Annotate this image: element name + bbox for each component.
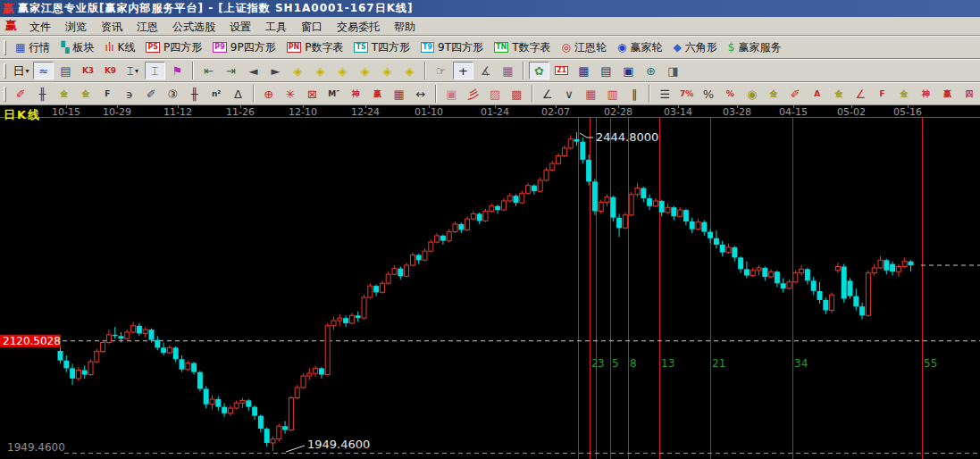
network-button[interactable]: ⊕	[641, 62, 661, 79]
god-fence-button[interactable]: 神	[346, 85, 365, 103]
f-fence-button[interactable]: F	[97, 85, 117, 103]
percent-7-button[interactable]: 7%	[676, 85, 696, 103]
crosshair-button[interactable]: +	[453, 62, 473, 79]
t-square-button[interactable]: TST四方形	[349, 38, 415, 57]
p-square-button[interactable]: PSP四方形	[141, 38, 206, 57]
kline-chart[interactable]: 2358132134552120.50282444.80001949.46001…	[0, 118, 980, 459]
candle-type-button[interactable]: ⌶▾	[122, 62, 143, 79]
winner-service-button[interactable]: $赢家服务	[724, 38, 786, 57]
pen-angle-button[interactable]: ✐	[785, 85, 805, 103]
9t-square-button[interactable]: T99T四方形	[416, 38, 488, 57]
flag-chart-button[interactable]: ⚑	[167, 62, 188, 79]
candle-type-dropdown-icon[interactable]: ▾	[135, 67, 138, 75]
gold-circle-button[interactable]: ◉	[741, 85, 761, 103]
period-day-button[interactable]: 日▾	[11, 62, 31, 79]
gann-expand-button[interactable]: ◈	[377, 62, 398, 79]
gold-angle-button[interactable]: 金	[894, 85, 914, 103]
ray-fan-button[interactable]: 彡	[464, 85, 483, 103]
god-angle-button[interactable]: 神	[916, 85, 935, 103]
menu-item-1[interactable]: 文件	[22, 19, 58, 35]
info-panel-button[interactable]: ▤	[55, 62, 76, 79]
smart-analysis-button[interactable]: ✿	[529, 62, 549, 79]
pen-fence-button[interactable]: ✐	[141, 85, 161, 103]
percent-line-button[interactable]: %	[720, 85, 740, 103]
width-arrows-button[interactable]: ↔	[411, 85, 431, 103]
toolbar-grip[interactable]	[4, 40, 6, 55]
gann-wheel-button[interactable]: ◎江恩轮	[557, 38, 611, 57]
goto-last-button[interactable]: ⇥	[221, 62, 241, 79]
percent-button[interactable]: %	[699, 85, 718, 103]
fence-button[interactable]: ╫	[32, 85, 52, 103]
chart-area[interactable]: 日K线 2358132134552120.50282444.80001949.4…	[0, 118, 980, 459]
menu-item-2[interactable]: 浏览	[58, 19, 94, 35]
grid-ruler-button[interactable]: ▦	[389, 85, 409, 103]
winner-wheel-button[interactable]: ◉赢家轮	[613, 38, 666, 57]
gann-center-button[interactable]: ◈	[355, 62, 375, 79]
period-day-dropdown-icon[interactable]: ▾	[25, 67, 29, 75]
hatch-box-button[interactable]: ▨	[485, 85, 505, 103]
p-number-table-button[interactable]: PNP数字表	[282, 38, 348, 57]
gold-mark-button[interactable]: 金	[829, 85, 849, 103]
hatch-box-2-button[interactable]: ▩	[507, 85, 526, 103]
menu-item-8[interactable]: 窗口	[294, 19, 330, 35]
t-number-table-button[interactable]: TNT数字表	[490, 38, 556, 57]
save-button[interactable]: ▣	[618, 62, 639, 79]
menu-item-7[interactable]: 工具	[258, 19, 294, 35]
win-fence-button[interactable]: 赢	[367, 85, 387, 103]
v-lines-button[interactable]: ∨	[559, 85, 579, 103]
toolbar-grip[interactable]	[4, 63, 6, 79]
grid-purple-button[interactable]: ▦	[498, 62, 518, 79]
9p-square-button[interactable]: P99P四方形	[208, 38, 280, 57]
gann-full-button[interactable]: ◈	[399, 62, 420, 79]
chart-style-button[interactable]: ≈	[33, 62, 54, 79]
step-back-button[interactable]: ◄	[243, 62, 264, 79]
angle-lines-button[interactable]: ∠	[538, 85, 557, 103]
fence-2-button[interactable]: ╫	[185, 85, 205, 103]
menu-item-3[interactable]: 资讯	[94, 19, 130, 35]
menu-item-5[interactable]: 公式选股	[165, 19, 222, 35]
measure-angle-button[interactable]: ∡	[475, 62, 496, 79]
win-angle-button[interactable]: 赢	[937, 85, 957, 103]
web-box-button[interactable]: ⊠	[302, 85, 322, 103]
a-line-button[interactable]: A	[807, 85, 826, 103]
gold-lines-button[interactable]: 金	[764, 85, 783, 103]
kline-3-button[interactable]: K3	[78, 62, 98, 79]
parallel-lines-button[interactable]: ∥	[624, 85, 644, 103]
sectors-button[interactable]: ▚板块	[56, 38, 98, 57]
f-angle-button[interactable]: F	[872, 85, 892, 103]
menu-item-4[interactable]: 江恩	[130, 19, 165, 35]
gold-fence-button[interactable]: 金	[54, 85, 74, 103]
kline-button[interactable]: ılıK线	[101, 38, 140, 57]
remote-pc-button[interactable]: ◨	[663, 62, 683, 79]
levels-button[interactable]: ☰	[655, 85, 674, 103]
spiral-button[interactable]: ϶	[120, 85, 139, 103]
highlight-k-button[interactable]: ⌶	[145, 62, 165, 79]
calendar-21-button[interactable]: 21	[551, 62, 572, 79]
toolbar-grip[interactable]	[4, 87, 6, 102]
pen-red-button[interactable]: ✐	[11, 85, 30, 103]
grid-frame-button[interactable]: ▥	[603, 85, 623, 103]
circle-3-button[interactable]: ③	[163, 85, 182, 103]
grid-red-button[interactable]: ▦	[581, 85, 600, 103]
gann-right-button[interactable]: ◈	[310, 62, 331, 79]
gold-fence-2-button[interactable]: 金	[76, 85, 96, 103]
m-wave-button[interactable]: M″	[324, 85, 344, 103]
menu-item-6[interactable]: 设置	[222, 19, 258, 35]
menu-item-9[interactable]: 交易委托	[330, 19, 387, 35]
calculator-button[interactable]: ▦	[574, 62, 594, 79]
gann-web-button[interactable]: ✳	[281, 85, 300, 103]
triangle-mirror-button[interactable]: Δ	[228, 85, 247, 103]
outline-box-button[interactable]: ▣	[441, 85, 461, 103]
step-forward-button[interactable]: ►	[265, 62, 286, 79]
compass-circle-button[interactable]: ⊕	[259, 85, 279, 103]
four-angle-button[interactable]: 四	[959, 85, 979, 103]
kline-9-button[interactable]: K9	[100, 62, 121, 79]
gann-horizontal-button[interactable]: ◈	[332, 62, 353, 79]
hexagon-button[interactable]: ◆六角形	[669, 38, 722, 57]
j-angle-button[interactable]: ∠	[850, 85, 870, 103]
quotes-button[interactable]: ▦行情	[11, 38, 54, 57]
notes-button[interactable]: ▤	[596, 62, 616, 79]
goto-first-button[interactable]: ⇤	[198, 62, 219, 79]
menu-item-10[interactable]: 帮助	[387, 19, 423, 35]
gann-left-button[interactable]: ◈	[288, 62, 308, 79]
